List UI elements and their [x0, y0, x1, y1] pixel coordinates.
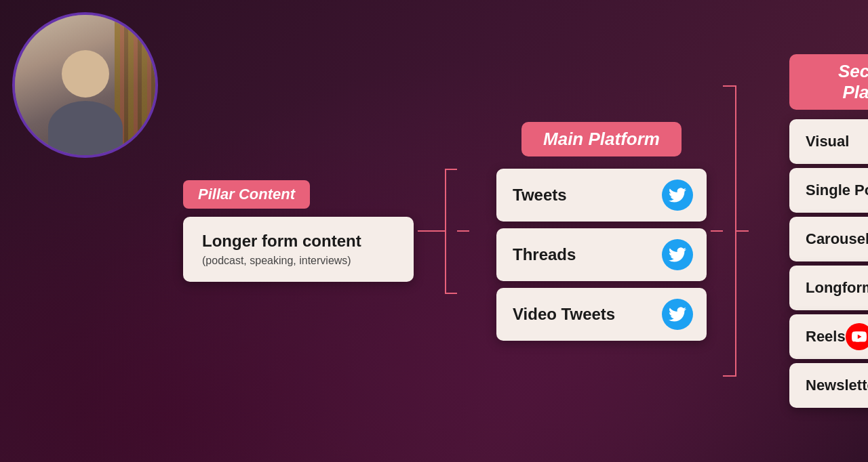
pillar-box-subtitle: (podcast, speaking, interviews)	[202, 255, 351, 266]
platform-card-videotweets: Video Tweets	[496, 288, 707, 341]
twitter-icon-videotweets	[662, 299, 693, 330]
secondary-card-singlepost: Single Post	[789, 168, 868, 213]
platform-card-threads: Threads	[496, 228, 707, 281]
platform-card-name: Video Tweets	[513, 305, 615, 324]
left-connector	[418, 169, 469, 294]
pillar-content-section: Pillar Content Longer form content (podc…	[183, 180, 414, 282]
pillar-box-title: Longer form content	[202, 232, 395, 251]
youtube-icon	[846, 323, 868, 350]
main-platform-label: Main Platform	[521, 122, 682, 156]
right-bracket	[723, 85, 736, 377]
r-connector-line-1	[711, 230, 723, 232]
pillar-content-label: Pillar Content	[183, 180, 310, 209]
platform-card-name: Tweets	[513, 186, 567, 205]
secondary-card-longform: Longform	[789, 266, 868, 310]
secondary-card-carousels: Carousels	[789, 217, 868, 261]
platform-card-name: Threads	[513, 245, 576, 264]
platform-card-tweets: Tweets	[496, 169, 707, 222]
right-connector	[711, 85, 749, 377]
twitter-icon-threads	[662, 239, 693, 270]
connector-line-h	[418, 230, 445, 232]
secondary-card-name: Newsletter	[806, 377, 868, 394]
secondary-card-visual: Visual	[789, 119, 868, 164]
webcam-feed	[15, 15, 155, 155]
secondary-card-name: Single Post	[806, 182, 868, 199]
secondary-cards-list: Visual Single Post	[789, 119, 868, 408]
secondary-platforms-section: Secondary Platforms Visual Single Post	[789, 54, 868, 408]
secondary-platforms-label: Secondary Platforms	[789, 54, 868, 110]
icons-row-reels	[846, 323, 868, 350]
secondary-card-reels: Reels	[789, 314, 868, 359]
main-platform-section: Main Platform Tweets Threads Video Tweet…	[496, 122, 707, 341]
secondary-card-name: Visual	[806, 133, 849, 150]
webcam-circle	[12, 12, 158, 158]
platform-cards-list: Tweets Threads Video Tweets	[496, 169, 707, 341]
connector-line-h2	[457, 230, 469, 232]
secondary-card-name: Carousels	[806, 230, 868, 248]
pillar-content-box: Longer form content (podcast, speaking, …	[183, 217, 414, 282]
twitter-icon-tweets	[662, 180, 693, 211]
secondary-card-name: Longform	[806, 279, 868, 297]
secondary-card-newsletter: Newsletter	[789, 363, 868, 408]
left-bracket	[445, 169, 457, 294]
secondary-card-name: Reels	[806, 328, 846, 345]
r-connector-line-2	[736, 230, 749, 232]
